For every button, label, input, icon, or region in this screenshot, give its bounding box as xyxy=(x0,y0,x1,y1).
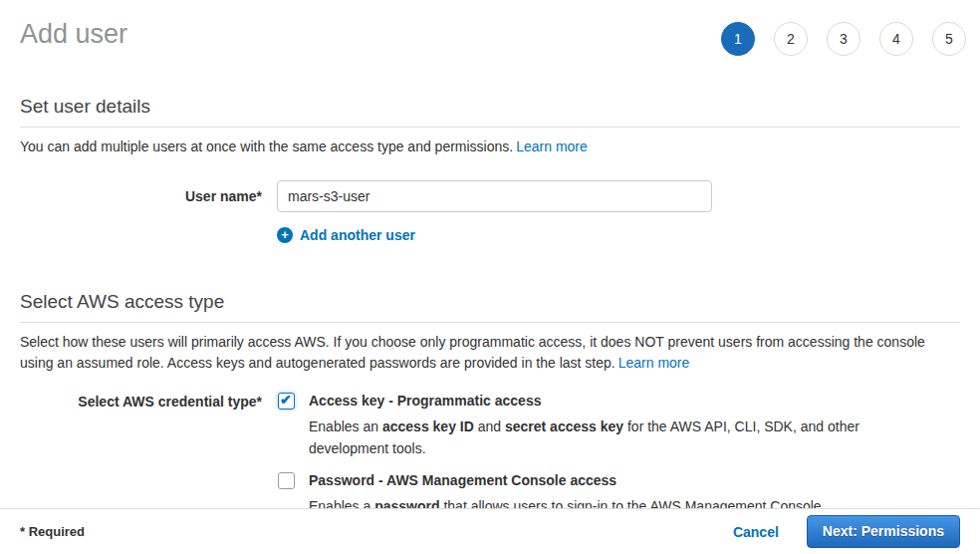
next-permissions-button[interactable]: Next: Permissions xyxy=(807,515,960,548)
wizard-step-1: 1 xyxy=(721,22,755,56)
wizard-step-indicator: 1 2 3 4 5 xyxy=(721,22,966,56)
user-details-heading: Set user details xyxy=(20,96,960,128)
user-name-label: User name* xyxy=(20,180,262,212)
wizard-step-5: 5 xyxy=(932,22,966,56)
add-another-user-label: Add another user xyxy=(300,227,415,243)
user-name-row: User name* xyxy=(20,180,960,212)
desc-text: and xyxy=(474,418,505,434)
section-access-type: Select AWS access type Select how these … xyxy=(20,291,960,530)
wizard-step-2: 2 xyxy=(774,22,808,56)
wizard-step-4: 4 xyxy=(879,22,913,56)
access-type-learn-more-link[interactable]: Learn more xyxy=(618,355,690,371)
access-type-intro: Select how these users will primarily ac… xyxy=(20,332,960,374)
section-user-details: Set user details You can add multiple us… xyxy=(20,96,960,243)
password-option-title: Password - AWS Management Console access xyxy=(309,472,826,489)
cancel-button[interactable]: Cancel xyxy=(733,524,779,540)
user-name-input[interactable] xyxy=(277,180,712,212)
access-key-checkbox[interactable]: ✔ xyxy=(278,393,295,410)
page-header: Add user 1 2 3 4 5 xyxy=(0,0,980,56)
password-checkbox[interactable] xyxy=(278,472,295,489)
access-key-option-description: Enables an access key ID and secret acce… xyxy=(309,416,864,459)
check-icon: ✔ xyxy=(280,392,292,408)
user-details-intro: You can add multiple users at once with … xyxy=(20,137,960,157)
page-title: Add user xyxy=(20,18,127,50)
access-key-option-title: Access key - Programmatic access xyxy=(309,393,864,410)
access-type-heading: Select AWS access type xyxy=(20,291,960,323)
wizard-footer: * Required Cancel Next: Permissions xyxy=(0,508,980,554)
required-note: * Required xyxy=(20,524,85,539)
user-details-intro-text: You can add multiple users at once with … xyxy=(20,138,513,154)
desc-text: Enables an xyxy=(309,418,382,434)
desc-text-bold: secret access key xyxy=(505,418,623,434)
add-another-user-button[interactable]: + Add another user xyxy=(277,227,415,243)
add-icon: + xyxy=(277,227,293,243)
user-details-learn-more-link[interactable]: Learn more xyxy=(516,138,588,154)
wizard-step-3: 3 xyxy=(827,22,860,56)
option-access-key: ✔ Access key - Programmatic access Enabl… xyxy=(278,393,864,459)
access-type-intro-text: Select how these users will primarily ac… xyxy=(20,334,925,371)
desc-text-bold: access key ID xyxy=(382,418,474,434)
